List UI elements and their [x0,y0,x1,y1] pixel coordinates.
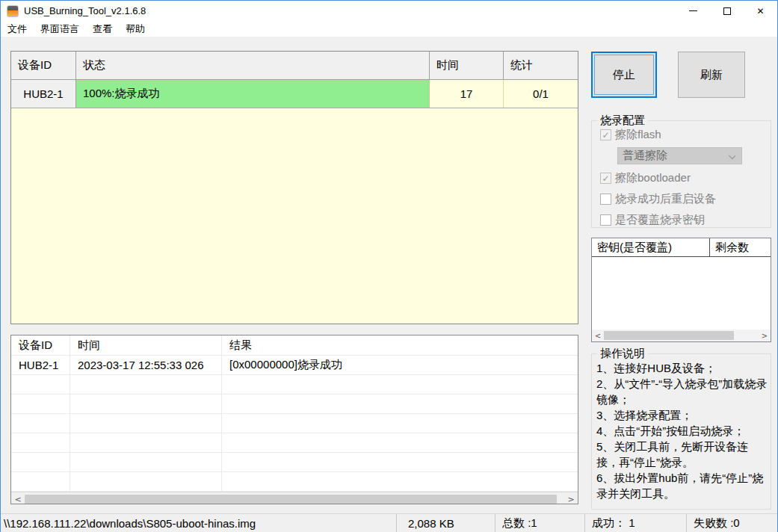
menu-bar: 文件 界面语言 查看 帮助 [1,21,777,37]
empty-cell [70,433,222,452]
device-id-cell: HUB2-1 [11,80,76,108]
instructions-text: 1、连接好HUB及设备； 2、从“文件”-“导入烧录包”加载烧录镜像； 3、选择… [592,354,771,501]
erase-flash-checkbox[interactable]: ✓ [600,129,611,140]
empty-cell [70,453,222,471]
device-row[interactable]: HUB2-1 100%:烧录成功 17 0/1 [11,80,578,108]
log-device-id-cell: HUB2-1 [11,356,70,374]
log-result-cell: [0x00000000]烧录成功 [222,356,578,374]
scroll-right-icon[interactable]: > [759,330,771,341]
erase-mode-select[interactable]: 普通擦除 [617,147,742,164]
key-table-header: 密钥(是否覆盖) 剩余数 [592,238,771,257]
erase-bootloader-option[interactable]: ✓ 擦除bootloader [600,171,771,185]
device-time-cell: 17 [430,80,504,108]
window-controls: ✕ [676,1,777,21]
total-count: 总数 :1 [495,514,585,532]
reboot-after-checkbox[interactable] [600,194,611,205]
image-size: 2,088 KB [397,514,495,532]
log-empty-row [11,472,578,492]
erase-bootloader-label: 擦除bootloader [615,171,691,185]
log-header-result: 结果 [222,335,578,355]
device-status-table: 设备ID 状态 时间 统计 HUB2-1 100%:烧录成功 17 0/1 [10,51,578,324]
log-time-cell: 2023-03-17 12:55:33 026 [70,356,222,374]
menu-help[interactable]: 帮助 [119,21,152,37]
header-stats: 统计 [504,52,578,79]
erase-flash-label: 擦除flash [615,128,661,142]
log-header-time: 时间 [70,335,222,355]
key-table: 密钥(是否覆盖) 剩余数 < > [591,238,771,342]
failed-count: 失败数 :0 [687,514,777,532]
log-table: 设备ID 时间 结果 HUB2-1 2023-03-17 12:55:33 02… [10,335,578,504]
app-icon [7,5,19,17]
empty-cell [222,395,578,413]
empty-cell [222,375,578,394]
reboot-after-option[interactable]: 烧录成功后重启设备 [600,192,771,206]
overwrite-key-label: 是否覆盖烧录密钥 [615,213,705,227]
empty-cell [222,433,578,452]
overwrite-key-checkbox[interactable] [600,214,611,226]
log-empty-row [11,395,578,414]
empty-cell [11,453,70,471]
device-stats-cell: 0/1 [504,80,578,108]
empty-cell [70,375,222,394]
chevron-down-icon [729,152,735,159]
scroll-left-icon[interactable]: < [11,492,25,505]
device-status-cell: 100%:烧录成功 [76,80,430,108]
header-key: 密钥(是否覆盖) [592,238,710,256]
header-remaining: 剩余数 [710,238,771,256]
menu-file[interactable]: 文件 [1,21,34,37]
log-empty-row [11,375,578,395]
scrollbar-thumb[interactable] [25,495,557,504]
empty-cell [11,375,70,394]
empty-cell [70,472,222,491]
log-empty-row [11,433,578,453]
reboot-after-label: 烧录成功后重启设备 [615,192,716,206]
log-table-scrollbar[interactable]: < > [11,492,578,504]
empty-cell [11,414,70,433]
erase-bootloader-checkbox[interactable]: ✓ [600,173,611,184]
scroll-right-icon[interactable]: > [564,492,578,505]
menu-view[interactable]: 查看 [86,21,119,37]
log-table-header: 设备ID 时间 结果 [11,335,578,356]
empty-cell [11,472,70,491]
overwrite-key-option[interactable]: 是否覆盖烧录密钥 [600,213,771,227]
empty-cell [222,472,578,491]
empty-cell [70,395,222,413]
status-bar: \\192.168.111.22\downloads\S805-uboot-hi… [1,513,777,532]
scroll-left-icon[interactable]: < [592,330,604,341]
erase-flash-option[interactable]: ✓ 擦除flash [600,128,771,142]
key-table-body [592,257,771,330]
instructions-group: 操作说明 1、连接好HUB及设备； 2、从“文件”-“导入烧录包”加载烧录镜像；… [591,353,771,510]
log-empty-row [11,453,578,472]
instructions-title: 操作说明 [597,347,648,361]
title-bar: USB_Burning_Tool_v2.1.6.8 ✕ [1,1,777,21]
refresh-button[interactable]: 刷新 [678,52,745,98]
stop-button[interactable]: 停止 [591,52,657,98]
check-icon: ✓ [602,174,609,183]
empty-cell [222,453,578,471]
menu-language[interactable]: 界面语言 [34,21,86,37]
log-empty-row [11,414,578,433]
minimize-button[interactable] [676,1,710,21]
empty-cell [222,414,578,433]
log-header-device-id: 设备ID [11,335,70,355]
device-table-header: 设备ID 状态 时间 统计 [11,52,578,80]
burn-config-group: 烧录配置 ✓ 擦除flash 普通擦除 ✓ 擦除bootloader 烧录成功后… [591,120,771,228]
burn-config-title: 烧录配置 [597,114,648,128]
empty-cell [11,395,70,413]
app-window: USB_Burning_Tool_v2.1.6.8 ✕ 文件 界面语言 查看 帮… [0,0,778,532]
check-icon: ✓ [602,131,609,140]
log-row[interactable]: HUB2-1 2023-03-17 12:55:33 026 [0x000000… [11,356,578,375]
empty-cell [11,433,70,452]
close-button[interactable]: ✕ [744,1,777,21]
header-device-id: 设备ID [11,52,76,79]
maximize-button[interactable] [710,1,744,21]
erase-mode-value: 普通擦除 [618,149,667,163]
image-path: \\192.168.111.22\downloads\S805-uboot-hi… [1,514,397,532]
close-icon: ✕ [756,7,764,16]
key-table-scrollbar[interactable]: < > [592,330,771,341]
maximize-icon [723,7,731,15]
empty-cell [70,414,222,433]
success-count: 成功： 1 [585,514,687,532]
scrollbar-thumb[interactable] [604,331,734,340]
window-title: USB_Burning_Tool_v2.1.6.8 [24,5,146,16]
